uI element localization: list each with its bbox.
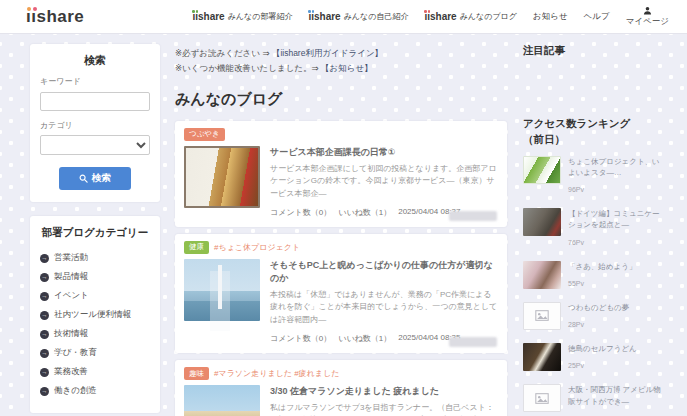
nav-blog[interactable]: ııshare みんなのブログ <box>424 11 517 22</box>
like-count: いいね数（1） <box>338 333 391 344</box>
nav-label: みんなのブログ <box>460 11 517 22</box>
logo-dots-icon <box>192 10 198 13</box>
dept-category-kaizen[interactable]: →業務改善 <box>40 363 150 382</box>
arrow-circle-icon: → <box>40 311 49 320</box>
rank-link: つわものどもの夢 <box>568 302 667 313</box>
ranking-item[interactable]: 【ドイツ編】コミュニケーションを起点と― 76Pv <box>523 208 667 249</box>
notice-line: ※必ずお読みください ⇒ 【iishare利用ガイドライン】 <box>175 46 507 61</box>
nav-label: みんなの自己紹介 <box>344 11 409 22</box>
rank-thumbnail <box>523 156 561 184</box>
arrow-circle-icon: → <box>40 273 49 282</box>
no-image-icon <box>523 384 561 412</box>
dept-category-product[interactable]: →製品情報 <box>40 268 150 287</box>
nav-help[interactable]: ヘルプ <box>584 11 610 23</box>
arrow-circle-icon: → <box>40 330 49 339</box>
rank-link: 「さあ、始めよう」 <box>568 261 667 272</box>
search-icon <box>79 174 88 183</box>
nav-mypage[interactable]: マイページ <box>626 6 669 28</box>
top-header: ııshare ııshare みんなの部署紹介 ııshare みんなの自己紹… <box>0 0 687 34</box>
rank-thumbnail <box>523 261 561 289</box>
arrow-circle-icon: → <box>40 349 49 358</box>
left-sidebar: 検索 キーワード カテゴリ 検索 部署ブログカテゴリー →営業活動 →製品情報 … <box>30 44 160 416</box>
author-redacted <box>449 211 497 221</box>
category-select[interactable] <box>40 135 150 155</box>
blog-post[interactable]: つぶやき サービス本部企画課長の日常① サービス本部企画課にして初回の投稿となり… <box>175 121 507 227</box>
dept-category-event[interactable]: →イベント <box>40 287 150 306</box>
rank-pv: 28Pv <box>568 321 584 328</box>
rank-pv: 55Pv <box>568 280 584 287</box>
nav-news[interactable]: お知らせ <box>533 11 568 23</box>
page-title: みんなのブログ <box>175 90 507 109</box>
ranking-item[interactable]: ちょこ休プロジェクト、いよいよスタ―… 96Pv <box>523 156 667 197</box>
post-title[interactable]: サービス本部企画課長の日常① <box>270 146 498 159</box>
search-panel: 検索 キーワード カテゴリ 検索 <box>30 44 160 202</box>
guideline-link[interactable]: 【iishare利用ガイドライン】 <box>272 48 383 58</box>
dept-category-sales[interactable]: →営業活動 <box>40 249 150 268</box>
rank-thumbnail <box>523 208 561 236</box>
rank-link: 【ドイツ編】コミュニケーションを起点と― <box>568 208 667 231</box>
keyword-input[interactable] <box>40 92 150 111</box>
post-thumbnail-bridge <box>184 259 260 321</box>
header-nav: ııshare みんなの部署紹介 ııshare みんなの自己紹介 ııshar… <box>192 6 669 28</box>
mini-logo-dept: ııshare <box>192 11 224 22</box>
rank-pv: 25Pv <box>568 362 584 369</box>
featured-articles-section: 注目記事 <box>523 44 667 116</box>
dept-category-learning[interactable]: →学び・教育 <box>40 344 150 363</box>
mini-logo-blog: ııshare <box>424 11 456 22</box>
dept-category-tech[interactable]: →技術情報 <box>40 325 150 344</box>
rank-link: 徳島のセルフうどん <box>568 343 667 354</box>
arrow-circle-icon: → <box>40 387 49 396</box>
nav-self-intro[interactable]: ııshare みんなの自己紹介 <box>308 11 408 22</box>
blog-post[interactable]: 健康 #ちょこ休プロジェクト そもそもPC上と睨めっこばかりの仕事の仕方が適切な… <box>175 234 507 353</box>
news-link[interactable]: 【お知らせ】 <box>321 63 373 73</box>
post-hashtags[interactable]: #ちょこ休プロジェクト <box>214 242 300 253</box>
author-redacted <box>449 337 497 347</box>
no-image-icon <box>523 302 561 330</box>
category-label: カテゴリ <box>40 120 150 131</box>
notice-block: ※必ずお読みください ⇒ 【iishare利用ガイドライン】 ※いくつか機能改善… <box>175 46 507 76</box>
person-icon <box>643 6 652 15</box>
featured-title: 注目記事 <box>523 44 667 58</box>
rank-link: 大阪・関西万博 アメピル物販サイトができ― <box>568 384 667 407</box>
dept-category-worklife[interactable]: →働きの創造 <box>40 382 150 401</box>
rank-pv: 96Pv <box>568 186 584 193</box>
nav-label: みんなの部署紹介 <box>228 11 293 22</box>
search-button[interactable]: 検索 <box>59 167 131 190</box>
post-hashtags[interactable]: #マラソン走りました #疲れました <box>214 368 339 379</box>
arrow-circle-icon: → <box>40 292 49 301</box>
post-excerpt: サービス本部企画課にして初回の投稿となります。企画部アロケーションGの鈴木です。… <box>270 163 498 200</box>
logo-dots-icon <box>424 10 430 13</box>
category-badge[interactable]: 趣味 <box>184 367 209 380</box>
site-logo[interactable]: ııshare <box>26 7 84 27</box>
category-badge[interactable]: つぶやき <box>184 128 225 141</box>
logo-dots-icon <box>27 7 37 11</box>
arrow-circle-icon: → <box>40 254 49 263</box>
keyword-label: キーワード <box>40 76 150 87</box>
dept-category-tools[interactable]: →社内ツール便利情報 <box>40 306 150 325</box>
category-badge[interactable]: 健康 <box>184 241 209 254</box>
like-count: いいね数（1） <box>338 207 391 218</box>
comment-count: コメント数（0） <box>270 333 331 344</box>
right-sidebar: 注目記事 アクセス数ランキング （前日） ちょこ休プロジェクト、いよいよスタ―…… <box>523 44 675 416</box>
ranking-item[interactable]: 「さあ、始めよう」 55Pv <box>523 261 667 290</box>
ranking-title: アクセス数ランキング （前日） <box>523 116 667 148</box>
mini-logo-self: ııshare <box>308 11 340 22</box>
post-title[interactable]: そもそもPC上と睨めっこばかりの仕事の仕方が適切なのか <box>270 259 498 285</box>
rank-thumbnail <box>523 343 561 371</box>
ranking-item[interactable]: 徳島のセルフうどん 25Pv <box>523 343 667 372</box>
post-title[interactable]: 3/30 佐倉マラソン走りました 疲れました <box>270 385 498 398</box>
page-content: 検索 キーワード カテゴリ 検索 部署ブログカテゴリー →営業活動 →製品情報 … <box>0 34 687 416</box>
main-column: ※必ずお読みください ⇒ 【iishare利用ガイドライン】 ※いくつか機能改善… <box>175 44 507 416</box>
notice-line: ※いくつか機能改善いたしました。⇒ 【お知らせ】 <box>175 61 507 76</box>
rank-link: ちょこ休プロジェクト、いよいよスタ―… <box>568 156 667 179</box>
nav-dept-intro[interactable]: ııshare みんなの部署紹介 <box>192 11 292 22</box>
arrow-circle-icon: → <box>40 368 49 377</box>
ranking-item[interactable]: つわものどもの夢 28Pv <box>523 302 667 331</box>
post-thumbnail-bento <box>184 146 260 208</box>
dept-category-panel: 部署ブログカテゴリー →営業活動 →製品情報 →イベント →社内ツール便利情報 … <box>30 216 160 413</box>
ranking-item[interactable]: 大阪・関西万博 アメピル物販サイトができ― 23Pv <box>523 384 667 416</box>
post-thumbnail-marathon <box>184 385 260 416</box>
dept-category-title: 部署ブログカテゴリー <box>40 226 150 240</box>
blog-post[interactable]: 趣味 #マラソン走りました #疲れました 3/30 佐倉マラソン走りました 疲れ… <box>175 360 507 416</box>
logo-dots-icon <box>308 10 314 13</box>
